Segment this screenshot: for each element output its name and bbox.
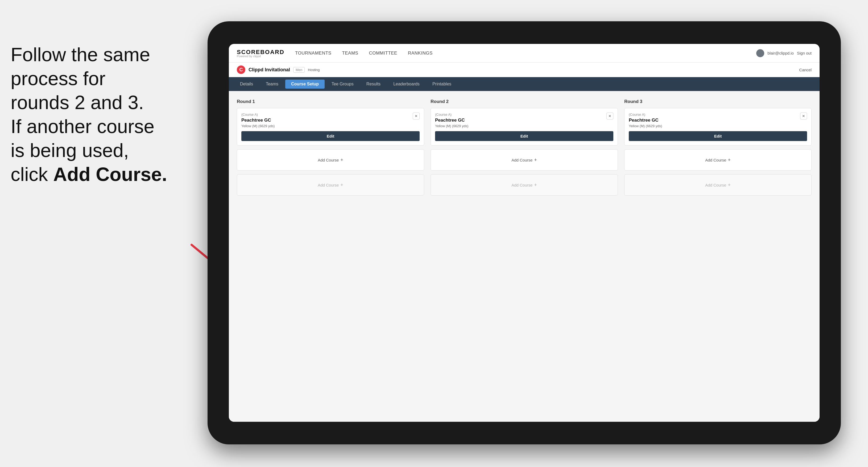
round-2-course-info: Yellow (M) (6629 yds) (435, 124, 607, 128)
header-left: SCOREBOARD Powered by clippd TOURNAMENTS… (237, 49, 433, 58)
round-3-course-label: (Course A) (629, 113, 800, 117)
tab-leaderboards[interactable]: Leaderboards (388, 80, 426, 89)
tabs-bar: Details Teams Course Setup Tee Groups Re… (229, 77, 819, 91)
nav-committee[interactable]: COMMITTEE (369, 51, 397, 56)
event-title-area: C Clippd Invitational Men Hosting (237, 65, 319, 74)
hosting-badge: Hosting (308, 68, 319, 72)
round-3-add-course-1[interactable]: Add Course + (624, 149, 812, 170)
plus-icon-4: + (534, 182, 537, 188)
round-1-card-content: (Course A) Peachtree GC Yellow (M) (6629… (241, 113, 413, 131)
plus-icon-3: + (534, 157, 537, 163)
round-2-edit-button[interactable]: Edit (435, 131, 613, 141)
plus-icon-5: + (728, 157, 731, 163)
round-3-card-header: (Course A) Peachtree GC Yellow (M) (6629… (629, 113, 807, 131)
scoreboard-logo: SCOREBOARD Powered by clippd (237, 49, 284, 58)
round-3-add-course-2: Add Course + (624, 174, 812, 195)
user-email: blair@clippd.io (767, 51, 794, 55)
round-3-course-info: Yellow (M) (6629 yds) (629, 124, 800, 128)
instruction-text: Follow the sameprocess forrounds 2 and 3… (11, 44, 167, 185)
nav-links: TOURNAMENTS TEAMS COMMITTEE RANKINGS (295, 51, 433, 56)
round-3-course-name: Peachtree GC (629, 118, 800, 123)
plus-icon-1: + (340, 157, 343, 163)
plus-icon-6: + (728, 182, 731, 188)
tab-results[interactable]: Results (361, 80, 386, 89)
tablet-screen: SCOREBOARD Powered by clippd TOURNAMENTS… (229, 44, 819, 422)
instruction-bold: Add Course. (53, 164, 167, 185)
tab-teams[interactable]: Teams (260, 80, 284, 89)
round-1-card-header: (Course A) Peachtree GC Yellow (M) (6629… (241, 113, 420, 131)
avatar (756, 49, 764, 57)
round-1-add-course-2: Add Course + (237, 174, 424, 195)
round-2-card-header: (Course A) Peachtree GC Yellow (M) (6629… (435, 113, 613, 131)
round-2-add-course-label-2: Add Course + (512, 182, 537, 188)
round-1-add-course-1[interactable]: Add Course + (237, 149, 424, 170)
event-gender-badge: Men (293, 67, 305, 73)
round-1-course-card: (Course A) Peachtree GC Yellow (M) (6629… (237, 108, 424, 146)
scoreboard-title: SCOREBOARD (237, 49, 284, 55)
round-2-delete-button[interactable]: ✕ (607, 113, 613, 120)
round-3-edit-button[interactable]: Edit (629, 131, 807, 141)
main-content: Round 1 (Course A) Peachtree GC Yellow (… (229, 91, 819, 422)
round-2-course-name: Peachtree GC (435, 118, 607, 123)
round-1-course-label: (Course A) (241, 113, 413, 117)
round-1-title: Round 1 (237, 99, 424, 104)
round-2-card-content: (Course A) Peachtree GC Yellow (M) (6629… (435, 113, 607, 131)
round-3-title: Round 3 (624, 99, 812, 104)
event-name: Clippd Invitational (249, 67, 290, 73)
event-bar: C Clippd Invitational Men Hosting Cancel (229, 63, 819, 77)
round-1-course-info: Yellow (M) (6629 yds) (241, 124, 413, 128)
round-3-add-course-label-2: Add Course + (705, 182, 731, 188)
sign-out-link[interactable]: Sign out (797, 51, 812, 55)
round-1-course-name: Peachtree GC (241, 118, 413, 123)
tab-course-setup[interactable]: Course Setup (285, 80, 324, 89)
event-logo: C (237, 65, 245, 74)
cancel-button[interactable]: Cancel (799, 68, 812, 72)
round-2-add-course-2: Add Course + (431, 174, 618, 195)
round-2-course-card: (Course A) Peachtree GC Yellow (M) (6629… (431, 108, 618, 146)
round-1-add-course-label-1: Add Course + (318, 157, 343, 163)
rounds-grid: Round 1 (Course A) Peachtree GC Yellow (… (237, 99, 812, 199)
logo-area: SCOREBOARD Powered by clippd (237, 49, 284, 58)
round-3-add-course-label-1: Add Course + (705, 157, 731, 163)
nav-rankings[interactable]: RANKINGS (408, 51, 433, 56)
round-3-course-card: (Course A) Peachtree GC Yellow (M) (6629… (624, 108, 812, 146)
round-3-card-content: (Course A) Peachtree GC Yellow (M) (6629… (629, 113, 800, 131)
tablet-device: SCOREBOARD Powered by clippd TOURNAMENTS… (208, 21, 841, 444)
nav-tournaments[interactable]: TOURNAMENTS (295, 51, 331, 56)
round-1-add-course-label-2: Add Course + (318, 182, 343, 188)
round-2-title: Round 2 (431, 99, 618, 104)
tab-printables[interactable]: Printables (427, 80, 457, 89)
tab-tee-groups[interactable]: Tee Groups (326, 80, 360, 89)
round-3-column: Round 3 (Course A) Peachtree GC Yellow (… (624, 99, 812, 199)
round-1-delete-button[interactable]: ✕ (413, 113, 420, 120)
round-1-edit-button[interactable]: Edit (241, 131, 420, 141)
round-1-column: Round 1 (Course A) Peachtree GC Yellow (… (237, 99, 424, 199)
user-area: blair@clippd.io Sign out (756, 49, 812, 57)
tab-details[interactable]: Details (234, 80, 259, 89)
nav-teams[interactable]: TEAMS (342, 51, 358, 56)
plus-icon-2: + (340, 182, 343, 188)
top-nav: SCOREBOARD Powered by clippd TOURNAMENTS… (229, 44, 819, 63)
round-2-course-label: (Course A) (435, 113, 607, 117)
round-3-delete-button[interactable]: ✕ (800, 113, 807, 120)
round-2-add-course-label-1: Add Course + (512, 157, 537, 163)
round-2-add-course-1[interactable]: Add Course + (431, 149, 618, 170)
round-2-column: Round 2 (Course A) Peachtree GC Yellow (… (431, 99, 618, 199)
instruction-block: Follow the sameprocess forrounds 2 and 3… (0, 32, 186, 197)
